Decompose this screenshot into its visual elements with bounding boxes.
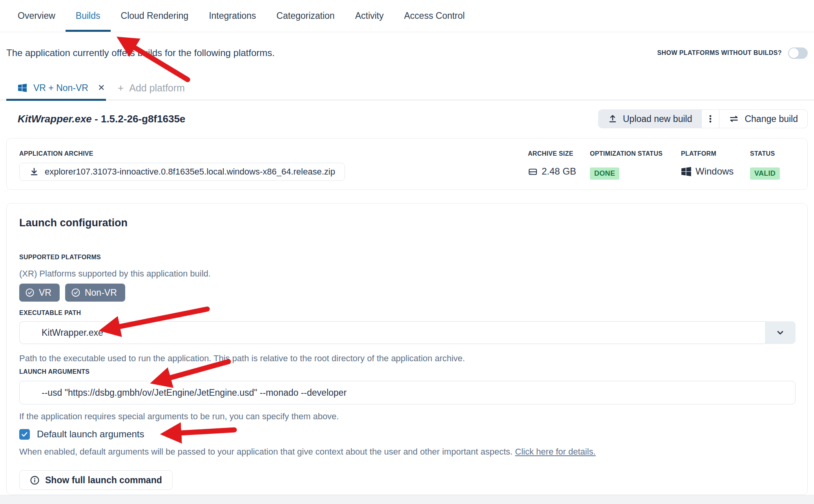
download-icon bbox=[29, 167, 39, 177]
kebab-icon bbox=[706, 114, 715, 124]
launch-configuration-card: Launch configuration SUPPORTED PLATFORMS… bbox=[6, 203, 808, 495]
plus-icon: + bbox=[118, 82, 124, 94]
optimization-status-badge: DONE bbox=[590, 167, 619, 180]
add-platform-button[interactable]: + Add platform bbox=[118, 77, 185, 99]
hard-drive-icon bbox=[528, 167, 538, 176]
status-label: STATUS bbox=[750, 150, 775, 157]
default-launch-arguments-label: Default launch arguments bbox=[37, 429, 144, 440]
info-icon bbox=[30, 475, 40, 485]
platform-tab-vr-nonvr[interactable]: VR + Non-VR ✕ bbox=[6, 77, 106, 101]
upload-icon bbox=[608, 114, 617, 124]
check-circle-icon bbox=[71, 288, 80, 297]
status-badge: VALID bbox=[750, 167, 780, 180]
more-options-button[interactable] bbox=[701, 109, 719, 128]
platform-label: PLATFORM bbox=[681, 150, 716, 157]
chevron-down-icon bbox=[775, 328, 785, 338]
platform-tabs-divider bbox=[0, 100, 814, 100]
archive-file-chip[interactable]: explorer107.31073-innoactive.0.8f1635e5.… bbox=[19, 163, 345, 181]
check-circle-icon bbox=[25, 288, 35, 297]
show-platforms-toggle-label: SHOW PLATFORMS WITHOUT BUILDS? bbox=[657, 49, 782, 56]
archive-filename: explorer107.31073-innoactive.0.8f1635e5.… bbox=[45, 167, 335, 177]
executable-path-label: EXECUTABLE PATH bbox=[19, 309, 81, 317]
supported-platforms-help: (XR) Platforms supported by this applica… bbox=[19, 269, 211, 279]
show-platforms-toggle-group: SHOW PLATFORMS WITHOUT BUILDS? bbox=[657, 47, 808, 59]
build-actions: Upload new build Change build bbox=[598, 109, 808, 128]
default-launch-arguments-row[interactable]: Default launch arguments bbox=[19, 429, 144, 440]
show-platforms-toggle[interactable] bbox=[788, 47, 808, 59]
archive-size-value: 2.48 GB bbox=[542, 166, 576, 177]
details-link[interactable]: Click here for details. bbox=[515, 447, 595, 457]
intro-text: The application currently offers builds … bbox=[6, 47, 275, 58]
show-full-launch-command-button[interactable]: Show full launch command bbox=[19, 470, 173, 490]
platform-tab-label: VR + Non-VR bbox=[33, 83, 88, 93]
tab-cloud-rendering[interactable]: Cloud Rendering bbox=[111, 0, 199, 32]
tab-categorization[interactable]: Categorization bbox=[266, 0, 345, 32]
toggle-knob bbox=[789, 48, 799, 58]
chip-non-vr-label: Non-VR bbox=[85, 287, 117, 298]
swap-arrows-icon bbox=[729, 114, 739, 124]
executable-path-input[interactable] bbox=[19, 321, 765, 344]
chip-vr[interactable]: VR bbox=[19, 284, 60, 302]
executable-path-row bbox=[19, 321, 796, 344]
tab-activity[interactable]: Activity bbox=[345, 0, 394, 32]
build-title: KitWrapper.exe - 1.5.2-26-g8f1635e bbox=[6, 113, 185, 125]
optimization-status-column: OPTIMIZATION STATUS DONE bbox=[590, 150, 663, 157]
supported-platforms-label: SUPPORTED PLATFORMS bbox=[19, 254, 101, 261]
executable-path-dropdown-button[interactable] bbox=[765, 321, 796, 344]
upload-label: Upload new build bbox=[623, 114, 692, 124]
launch-arguments-label: LAUNCH ARGUMENTS bbox=[19, 368, 89, 375]
platform-column: PLATFORM Windows bbox=[681, 150, 716, 157]
tab-builds[interactable]: Builds bbox=[66, 0, 111, 32]
default-arguments-help: When enabled, default arguments will be … bbox=[19, 447, 596, 457]
default-arguments-help-text: When enabled, default arguments will be … bbox=[19, 447, 515, 457]
chip-vr-label: VR bbox=[39, 287, 51, 298]
tab-integrations[interactable]: Integrations bbox=[199, 0, 266, 32]
build-version: - 1.5.2-26-g8f1635e bbox=[92, 113, 185, 125]
upload-new-build-button[interactable]: Upload new build bbox=[598, 109, 701, 128]
archive-size-column: ARCHIVE SIZE 2.48 GB bbox=[528, 150, 573, 157]
change-build-button[interactable]: Change build bbox=[719, 109, 808, 128]
windows-icon bbox=[18, 83, 27, 93]
application-archive-label: APPLICATION ARCHIVE bbox=[19, 150, 93, 157]
checkmark-icon bbox=[21, 431, 28, 438]
intro-row: The application currently offers builds … bbox=[6, 44, 808, 62]
add-platform-label: Add platform bbox=[129, 82, 185, 94]
launch-arguments-row bbox=[19, 381, 796, 404]
application-archive-card: APPLICATION ARCHIVE explorer107.31073-in… bbox=[6, 138, 808, 190]
chip-non-vr[interactable]: Non-VR bbox=[65, 284, 125, 302]
archive-size-label: ARCHIVE SIZE bbox=[528, 150, 573, 157]
launch-arguments-help: If the application requires special argu… bbox=[19, 411, 339, 422]
build-header-row: KitWrapper.exe - 1.5.2-26-g8f1635e Uploa… bbox=[6, 109, 808, 129]
launch-configuration-heading: Launch configuration bbox=[19, 217, 128, 229]
tab-overview[interactable]: Overview bbox=[7, 0, 66, 32]
change-build-label: Change build bbox=[745, 114, 798, 124]
windows-platform-icon bbox=[681, 166, 692, 177]
status-column: STATUS VALID bbox=[750, 150, 775, 157]
optimization-status-label: OPTIMIZATION STATUS bbox=[590, 150, 663, 157]
top-nav: Overview Builds Cloud Rendering Integrat… bbox=[0, 0, 814, 32]
platform-tabs: VR + Non-VR ✕ + Add platform bbox=[0, 77, 814, 101]
platform-value: Windows bbox=[695, 166, 734, 177]
footer-strip bbox=[0, 495, 814, 504]
show-full-launch-command-label: Show full launch command bbox=[45, 475, 162, 486]
tab-access-control[interactable]: Access Control bbox=[394, 0, 475, 32]
executable-path-help: Path to the executable used to run the a… bbox=[19, 353, 465, 364]
build-name: KitWrapper.exe bbox=[18, 113, 92, 125]
default-launch-arguments-checkbox[interactable] bbox=[19, 429, 30, 440]
launch-arguments-input[interactable] bbox=[19, 381, 796, 404]
close-platform-tab-icon[interactable]: ✕ bbox=[98, 83, 105, 93]
supported-platform-chips: VR Non-VR bbox=[19, 284, 125, 302]
